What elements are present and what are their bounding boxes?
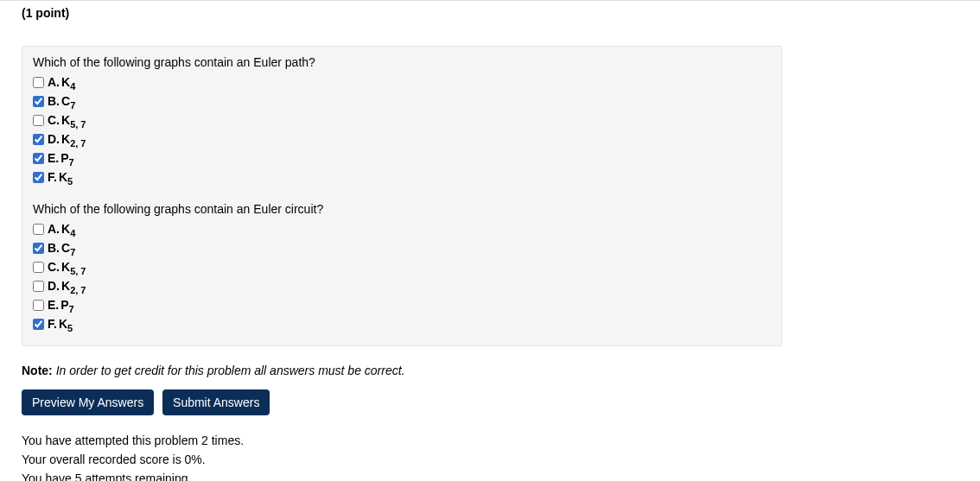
graph-base: K (61, 75, 70, 89)
q1-option-row: D. K2, 7 (33, 130, 771, 149)
q1-prompt: Which of the following graphs contain an… (33, 55, 771, 69)
status-score: Your overall recorded score is 0%. (22, 450, 980, 469)
problem-box: Which of the following graphs contain an… (22, 46, 782, 346)
q2-prompt: Which of the following graphs contain an… (33, 202, 771, 216)
q1-option-letter: A. (48, 73, 60, 92)
q2-option-row: F. K5 (33, 314, 771, 333)
graph-base: K (59, 170, 67, 184)
graph-base: K (61, 113, 70, 127)
q1-option-row: B. C7 (33, 92, 771, 111)
q2-option-letter: B. (48, 238, 60, 257)
graph-base: K (61, 132, 70, 146)
submit-button[interactable]: Submit Answers (162, 389, 270, 415)
graph-subscript: 7 (70, 100, 75, 111)
q1-option-text: K4 (61, 73, 75, 92)
graph-subscript: 7 (69, 304, 74, 314)
q2-option-row: D. K2, 7 (33, 276, 771, 295)
preview-button[interactable]: Preview My Answers (22, 389, 154, 415)
q2-option-text: K5, 7 (61, 257, 86, 276)
q1-option-letter: D. (48, 130, 60, 149)
graph-base: P (60, 151, 68, 165)
graph-subscript: 2, 7 (70, 138, 86, 149)
graph-base: K (61, 260, 70, 274)
q2-option-letter: D. (48, 276, 60, 295)
q2-option-letter: F. (48, 314, 57, 333)
graph-subscript: 4 (70, 81, 75, 92)
q2-option-letter: A. (48, 219, 60, 238)
graph-base: C (61, 94, 70, 108)
q1-option-text: K2, 7 (61, 130, 86, 149)
graph-base: K (59, 317, 67, 331)
q1-checkbox-D[interactable] (33, 134, 44, 145)
q1-option-row: A. K4 (33, 73, 771, 92)
graph-subscript: 5 (67, 323, 73, 333)
points-label: (1 point) (0, 0, 980, 20)
q2-option-text: K2, 7 (61, 276, 86, 295)
q2-checkbox-A[interactable] (33, 224, 44, 235)
q1-option-text: C7 (61, 92, 75, 111)
q1-option-text: K5 (59, 168, 73, 187)
graph-base: C (61, 241, 70, 255)
q1-checkbox-B[interactable] (33, 96, 44, 107)
q1-option-letter: C. (48, 111, 60, 130)
note-line: Note: In order to get credit for this pr… (22, 364, 980, 377)
q1-option-text: P7 (60, 149, 73, 168)
status-remaining: You have 5 attempts remaining. (22, 469, 980, 481)
q2-option-row: C. K5, 7 (33, 257, 771, 276)
graph-subscript: 7 (69, 157, 74, 168)
graph-subscript: 5 (67, 176, 73, 187)
button-row: Preview My Answers Submit Answers (22, 389, 980, 415)
q2-option-text: P7 (60, 295, 73, 314)
q1-checkbox-E[interactable] (33, 153, 44, 164)
graph-subscript: 5, 7 (70, 266, 86, 276)
q2-option-text: K5 (59, 314, 73, 333)
q1-checkbox-A[interactable] (33, 77, 44, 88)
q1-option-text: K5, 7 (61, 111, 86, 130)
q2-option-text: C7 (61, 238, 75, 257)
graph-subscript: 4 (70, 228, 75, 238)
q2-checkbox-B[interactable] (33, 243, 44, 254)
q1-option-row: F. K5 (33, 168, 771, 187)
q1-option-letter: E. (48, 149, 59, 168)
q1-option-row: C. K5, 7 (33, 111, 771, 130)
note-body: In order to get credit for this problem … (53, 364, 405, 377)
q2-option-text: K4 (61, 219, 75, 238)
note-lead: Note: (22, 364, 53, 377)
graph-base: P (60, 298, 68, 312)
q2-option-row: A. K4 (33, 219, 771, 238)
q1-option-row: E. P7 (33, 149, 771, 168)
graph-subscript: 7 (70, 247, 75, 257)
q2-checkbox-E[interactable] (33, 300, 44, 311)
q1-option-letter: B. (48, 92, 60, 111)
q1-options: A. K4B. C7C. K5, 7D. K2, 7E. P7F. K5 (33, 73, 771, 187)
q2-checkbox-F[interactable] (33, 319, 44, 330)
graph-subscript: 2, 7 (70, 285, 86, 295)
q2-option-letter: E. (48, 295, 59, 314)
q1-checkbox-C[interactable] (33, 115, 44, 126)
q2-option-letter: C. (48, 257, 60, 276)
q2-checkbox-D[interactable] (33, 281, 44, 292)
graph-base: K (61, 279, 70, 293)
q2-options: A. K4B. C7C. K5, 7D. K2, 7E. P7F. K5 (33, 219, 771, 333)
status-attempts: You have attempted this problem 2 times. (22, 431, 980, 450)
graph-base: K (61, 222, 70, 236)
graph-subscript: 5, 7 (70, 119, 86, 130)
q2-checkbox-C[interactable] (33, 262, 44, 273)
q1-option-letter: F. (48, 168, 57, 187)
q2-option-row: E. P7 (33, 295, 771, 314)
status-block: You have attempted this problem 2 times.… (22, 431, 980, 481)
q2-option-row: B. C7 (33, 238, 771, 257)
q1-checkbox-F[interactable] (33, 172, 44, 183)
